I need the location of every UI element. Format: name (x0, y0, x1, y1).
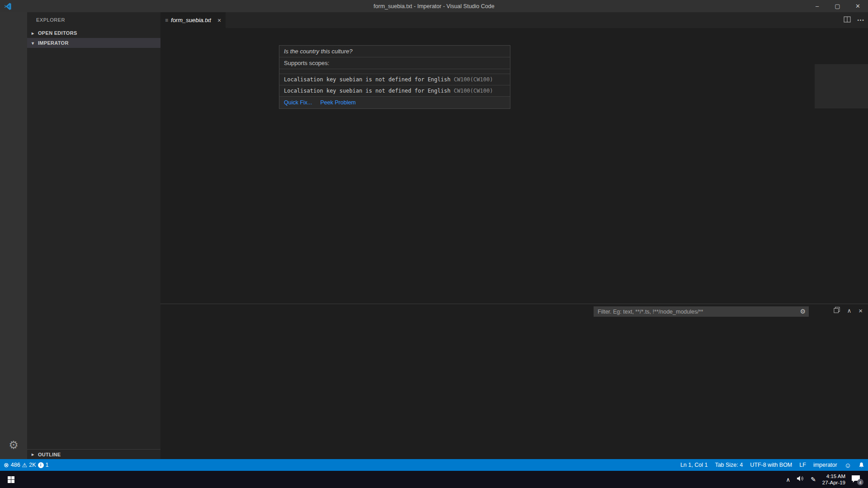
hover-diagnostic: Localisation key suebian is not defined … (279, 74, 510, 85)
chevron-up-icon[interactable]: ∧ (847, 307, 852, 314)
status-bar: ⊗486 ⚠2K i1 Ln 1, Col 1 Tab Size: 4 UTF-… (0, 459, 868, 471)
tab-form-suebia[interactable]: ≡ form_suebia.txt × (160, 12, 226, 28)
editor-tab-strip: ≡ form_suebia.txt × ··· (160, 12, 868, 28)
minimize-button[interactable]: – (807, 0, 827, 12)
open-editors-section[interactable]: ▸OPEN EDITORS (27, 28, 160, 38)
overview-ruler[interactable] (862, 28, 868, 304)
info-count-icon: i (38, 462, 44, 468)
feedback-smiley-icon[interactable]: ☺ (841, 459, 855, 471)
activity-bar: ⚙ (0, 12, 27, 459)
windows-taskbar: ∧ ✎ 4:15 AM 27-Apr-19 4 (0, 471, 868, 488)
close-button[interactable]: ✕ (848, 0, 868, 12)
warning-count-icon: ⚠ (22, 462, 28, 469)
vscode-logo-icon (4, 2, 12, 10)
notifications-bell-icon[interactable] (855, 459, 868, 471)
hover-tooltip: Is the country this culture? Supports sc… (279, 45, 510, 109)
quick-fix-link[interactable]: Quick Fix... (284, 99, 312, 106)
problems-list (160, 319, 868, 459)
pen-icon[interactable]: ✎ (811, 476, 816, 483)
code-editor[interactable]: Is the country this culture? Supports sc… (160, 28, 868, 304)
hover-scopes-label: Supports scopes: (279, 57, 510, 69)
cursor-position[interactable]: Ln 1, Col 1 (677, 459, 711, 471)
eol[interactable]: LF (796, 459, 810, 471)
outline-section[interactable]: ▸OUTLINE (27, 449, 160, 459)
start-button[interactable] (0, 471, 22, 488)
problems-panel: ⚙ ∧ × (160, 304, 868, 459)
language-mode[interactable]: imperator (810, 459, 841, 471)
volume-icon[interactable] (797, 475, 804, 483)
maximize-button[interactable]: ▢ (827, 0, 848, 12)
explorer-sidebar: EXPLORER ▸OPEN EDITORS ▾IMPERATOR ▸OUTLI… (27, 12, 160, 459)
tab-label: form_suebia.txt (171, 17, 211, 23)
explorer-title: EXPLORER (27, 12, 160, 28)
window-title: form_suebia.txt - Imperator - Visual Stu… (0, 3, 868, 9)
maximize-panel-icon[interactable] (834, 307, 840, 314)
manage-gear-icon[interactable]: ⚙ (0, 434, 27, 456)
tab-size[interactable]: Tab Size: 4 (711, 459, 746, 471)
error-count-icon: ⊗ (4, 461, 9, 469)
minimap[interactable] (816, 28, 862, 304)
peek-problem-link[interactable]: Peek Problem (321, 99, 356, 106)
filter-icon[interactable]: ⚙ (800, 308, 806, 315)
problems-status[interactable]: ⊗486 ⚠2K i1 (0, 459, 52, 471)
workspace-root-section[interactable]: ▾IMPERATOR (27, 38, 160, 48)
windows-logo-icon (8, 476, 14, 483)
hover-diagnostic: Localisation key suebian is not defined … (279, 85, 510, 97)
tab-close-icon[interactable]: × (217, 17, 221, 24)
more-actions-icon[interactable]: ··· (857, 16, 864, 24)
tray-date: 27-Apr-19 (822, 479, 845, 486)
txt-file-icon: ≡ (165, 17, 168, 23)
encoding[interactable]: UTF-8 with BOM (746, 459, 796, 471)
tray-time: 4:15 AM (822, 473, 845, 479)
close-panel-icon[interactable]: × (859, 307, 863, 314)
split-editor-icon[interactable] (844, 16, 851, 25)
tray-chevron-up-icon[interactable]: ∧ (786, 476, 791, 483)
notification-badge: 4 (857, 479, 863, 485)
action-center-icon[interactable]: 4 (852, 475, 862, 483)
file-tree (27, 54, 160, 451)
problems-filter-input[interactable] (594, 306, 809, 317)
title-bar: form_suebia.txt - Imperator - Visual Stu… (0, 0, 868, 12)
tray-clock[interactable]: 4:15 AM 27-Apr-19 (822, 473, 845, 486)
hover-doc: Is the country this culture? (279, 46, 510, 57)
